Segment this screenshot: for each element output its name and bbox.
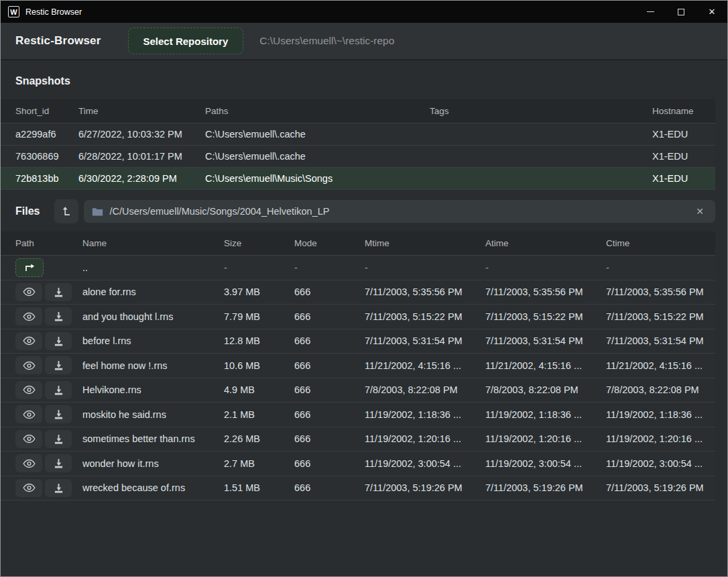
file-atime: 7/11/2003, 5:19:26 PM — [485, 482, 606, 493]
eye-icon — [23, 361, 36, 370]
snapshot-short-id: 72b813bb — [15, 173, 78, 184]
file-size: 4.9 MB — [224, 384, 294, 395]
download-file-button[interactable] — [45, 454, 72, 472]
eye-icon — [23, 336, 36, 346]
snapshot-row[interactable]: a2299af6 6/27/2022, 10:03:32 PM C:\Users… — [1, 123, 715, 146]
file-mtime: 11/21/2002, 4:15:16 ... — [365, 360, 485, 371]
preview-file-button[interactable] — [15, 307, 42, 325]
eye-icon — [23, 483, 36, 492]
preview-file-button[interactable] — [15, 454, 42, 472]
download-icon — [54, 385, 64, 395]
download-file-button[interactable] — [45, 381, 72, 399]
current-path-bar: /C/Users/emuell/Music/Songs/2004_Helveti… — [84, 200, 715, 223]
snapshot-time: 6/30/2022, 2:28:09 PM — [78, 173, 205, 184]
download-file-button[interactable] — [45, 356, 72, 374]
minimize-button[interactable] — [635, 1, 666, 23]
preview-file-button[interactable] — [15, 381, 42, 399]
clear-path-button[interactable]: ✕ — [692, 204, 707, 219]
snapshot-time: 6/28/2022, 10:01:17 PM — [78, 151, 205, 162]
snapshots-table-header: Short_id Time Paths Tags Hostname — [1, 99, 715, 123]
file-size: 2.26 MB — [224, 433, 294, 444]
app-window: W Restic Browser ✕ Restic-Browser Select… — [0, 0, 728, 577]
file-size: 2.7 MB — [224, 458, 294, 469]
file-mtime: 11/19/2002, 1:20:16 ... — [365, 433, 485, 444]
snapshot-row[interactable]: 76306869 6/28/2022, 10:01:17 PM C:\Users… — [1, 146, 715, 168]
up-level-button[interactable] — [54, 199, 78, 223]
col-short-id: Short_id — [15, 106, 78, 116]
wails-logo-icon: W — [8, 6, 19, 17]
file-name: alone for.rns — [82, 286, 224, 297]
maximize-icon — [678, 9, 684, 15]
file-mode: 666 — [294, 335, 365, 346]
download-icon — [54, 434, 64, 444]
close-icon: ✕ — [709, 7, 716, 16]
file-ctime: 7/11/2003, 5:15:22 PM — [606, 311, 715, 322]
file-mtime: 11/19/2002, 1:18:36 ... — [365, 409, 485, 420]
snapshot-hostname: X1-EDU — [652, 173, 715, 184]
file-name: Helvikone.rns — [82, 384, 224, 395]
titlebar[interactable]: W Restic Browser ✕ — [1, 1, 727, 23]
file-size: 2.1 MB — [224, 409, 294, 420]
file-mode: 666 — [294, 409, 365, 420]
preview-file-button[interactable] — [15, 356, 42, 374]
eye-icon — [23, 434, 36, 443]
current-path-text: /C/Users/emuell/Music/Songs/2004_Helveti… — [109, 206, 692, 217]
close-button[interactable]: ✕ — [696, 1, 727, 23]
file-row: sometimes better than.rns 2.26 MB 666 11… — [1, 427, 715, 452]
preview-file-button[interactable] — [15, 479, 42, 497]
file-ctime: 7/11/2003, 5:31:54 PM — [606, 335, 715, 346]
repository-path-input[interactable] — [259, 35, 675, 47]
download-icon — [54, 483, 64, 493]
window-title: Restic Browser — [25, 7, 635, 17]
file-atime: 11/19/2002, 1:20:16 ... — [485, 433, 606, 444]
file-ctime: 11/19/2002, 3:00:54 ... — [606, 458, 715, 469]
go-parent-directory-button[interactable] — [15, 258, 44, 277]
preview-file-button[interactable] — [15, 405, 42, 423]
file-atime: 7/11/2003, 5:31:54 PM — [485, 335, 606, 346]
app-name: Restic-Browser — [15, 34, 101, 48]
toolbar: Restic-Browser Select Repository — [1, 23, 727, 60]
file-mode: - — [294, 262, 365, 273]
col-atime: Atime — [485, 238, 606, 248]
file-mode: 666 — [294, 458, 365, 469]
download-icon — [54, 336, 64, 346]
col-name: Name — [82, 238, 224, 248]
files-table-header: Path Name Size Mode Mtime Atime Ctime — [1, 231, 715, 256]
file-name: wrecked because of.rns — [82, 482, 224, 493]
file-row: feel home now !.rns 10.6 MB 666 11/21/20… — [1, 354, 715, 378]
download-file-button[interactable] — [45, 307, 72, 325]
file-row: Helvikone.rns 4.9 MB 666 7/8/2003, 8:22:… — [1, 378, 715, 403]
file-atime: 7/8/2003, 8:22:08 PM — [485, 384, 606, 395]
snapshot-short-id: 76306869 — [15, 151, 78, 162]
preview-file-button[interactable] — [15, 332, 42, 350]
maximize-button[interactable] — [666, 1, 696, 23]
files-section-header: Files /C/Users/emuell/Music/Songs/2004_H… — [1, 194, 727, 229]
col-time: Time — [78, 106, 205, 116]
parent-directory-row: .. - - - - - — [1, 256, 715, 280]
file-name: wonder how it.rns — [82, 458, 224, 469]
file-size: - — [224, 262, 294, 273]
download-file-button[interactable] — [45, 332, 72, 350]
snapshot-row-selected[interactable]: 72b813bb 6/30/2022, 2:28:09 PM C:\Users\… — [1, 168, 715, 190]
select-repository-button[interactable]: Select Repository — [128, 28, 244, 54]
eye-icon — [23, 459, 36, 468]
eye-icon — [23, 312, 36, 321]
download-file-button[interactable] — [45, 283, 72, 301]
file-mtime: 7/11/2003, 5:31:54 PM — [365, 335, 485, 346]
file-row: wonder how it.rns 2.7 MB 666 11/19/2002,… — [1, 452, 715, 476]
snapshot-hostname: X1-EDU — [652, 129, 715, 140]
download-icon — [54, 360, 64, 370]
file-mtime: 11/19/2002, 3:00:54 ... — [365, 458, 485, 469]
file-mode: 666 — [294, 433, 365, 444]
download-file-button[interactable] — [45, 430, 72, 448]
file-row: wrecked because of.rns 1.51 MB 666 7/11/… — [1, 476, 715, 501]
download-file-button[interactable] — [45, 405, 72, 423]
preview-file-button[interactable] — [15, 430, 42, 448]
download-icon — [54, 409, 64, 419]
file-name: and you thought l.rns — [82, 311, 224, 322]
download-file-button[interactable] — [45, 479, 72, 497]
snapshot-hostname: X1-EDU — [652, 151, 715, 162]
file-atime: 11/21/2002, 4:15:16 ... — [485, 360, 606, 371]
preview-file-button[interactable] — [15, 283, 42, 301]
file-row: before l.rns 12.8 MB 666 7/11/2003, 5:31… — [1, 329, 715, 354]
